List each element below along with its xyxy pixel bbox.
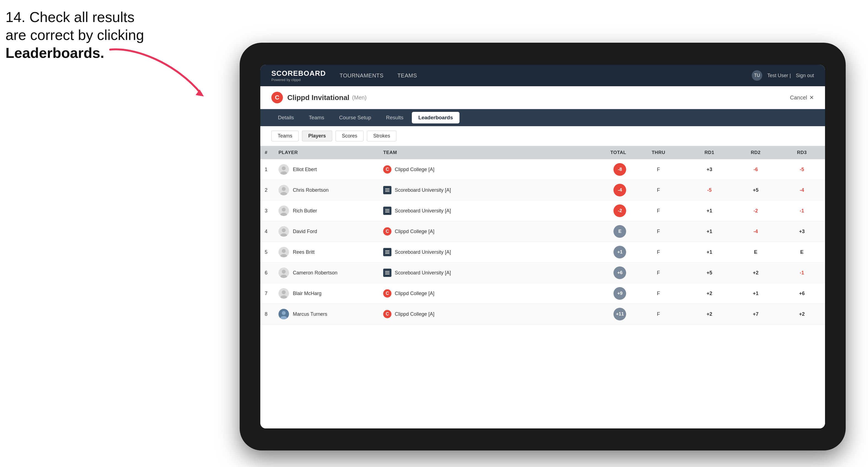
player-name: Marcus Turners <box>293 311 327 317</box>
tournament-icon: C <box>271 92 283 103</box>
svg-point-20 <box>282 290 286 294</box>
team-name: Scoreboard University [A] <box>395 270 451 276</box>
filter-strokes[interactable]: Strokes <box>367 131 396 141</box>
cell-thru: F <box>630 221 686 242</box>
nav-teams[interactable]: TEAMS <box>397 72 417 79</box>
table-row: 8Marcus TurnersCClippd College [A]+11F+2… <box>260 304 825 324</box>
team-icon-clippd: C <box>383 227 392 236</box>
svg-point-11 <box>282 228 286 232</box>
cell-rd1: +1 <box>686 200 733 221</box>
col-header-rank: # <box>260 146 274 159</box>
table-row: 4David FordCClippd College [A]EF+1-4+3 <box>260 221 825 242</box>
instruction-text: 14. Check all results are correct by cli… <box>5 8 198 62</box>
team-name: Scoreboard University [A] <box>395 208 451 214</box>
player-name: Cameron Robertson <box>293 270 337 276</box>
cell-player: Marcus Turners <box>274 304 379 324</box>
team-icon-clippd: C <box>383 289 392 298</box>
tournament-header: C Clippd Invitational (Men) Cancel ✕ <box>260 86 825 109</box>
cell-player: Rich Butler <box>274 200 379 221</box>
cell-rd2: -6 <box>733 159 779 180</box>
filter-bar: Teams Players Scores Strokes <box>260 126 825 146</box>
col-header-rd1: RD1 <box>686 146 733 159</box>
table-row: 1Elliot EbertCClippd College [A]-8F+3-6-… <box>260 159 825 180</box>
cell-rd2: +1 <box>733 283 779 304</box>
tab-details[interactable]: Details <box>271 112 301 123</box>
cell-rd3: -1 <box>779 200 825 221</box>
score-badge: +6 <box>614 267 626 279</box>
team-icon-clippd: C <box>383 310 392 318</box>
cell-thru: F <box>630 200 686 221</box>
tab-leaderboards[interactable]: Leaderboards <box>412 112 460 123</box>
cell-team: CClippd College [A] <box>379 159 569 180</box>
score-badge: -8 <box>614 163 626 176</box>
tab-course-setup[interactable]: Course Setup <box>333 112 378 123</box>
cell-team: Scoreboard University [A] <box>379 200 569 221</box>
cell-total: -2 <box>569 200 631 221</box>
svg-point-17 <box>282 270 286 274</box>
team-icon-scoreboard <box>383 186 392 194</box>
cell-rd1: +5 <box>686 262 733 283</box>
cell-thru: F <box>630 283 686 304</box>
cell-rd2: +7 <box>733 304 779 324</box>
cell-rd1: -5 <box>686 180 733 200</box>
cell-total: -4 <box>569 180 631 200</box>
score-badge: +9 <box>614 287 626 300</box>
tab-results[interactable]: Results <box>379 112 410 123</box>
score-badge: +11 <box>614 308 626 320</box>
cell-team: CClippd College [A] <box>379 221 569 242</box>
col-header-thru: THRU <box>630 146 686 159</box>
team-icon-scoreboard <box>383 269 392 277</box>
team-icon-clippd: C <box>383 165 392 174</box>
tab-navigation: Details Teams Course Setup Results Leade… <box>260 109 825 126</box>
cell-rank: 6 <box>260 262 274 283</box>
player-avatar <box>279 288 289 299</box>
team-name: Scoreboard University [A] <box>395 187 451 193</box>
leaderboard-table: # PLAYER TEAM TOTAL THRU RD1 RD2 RD3 1El… <box>260 146 825 429</box>
svg-point-5 <box>282 187 286 191</box>
nav-tournaments[interactable]: TOURNAMENTS <box>340 72 384 79</box>
cell-rank: 1 <box>260 159 274 180</box>
svg-point-14 <box>282 249 286 253</box>
tournament-subtitle: (Men) <box>352 94 366 101</box>
cell-team: Scoreboard University [A] <box>379 242 569 262</box>
logo-area: SCOREBOARD Powered by clippd <box>271 69 326 82</box>
cell-thru: F <box>630 242 686 262</box>
cell-team: Scoreboard University [A] <box>379 180 569 200</box>
cell-total: -8 <box>569 159 631 180</box>
cell-rd1: +2 <box>686 304 733 324</box>
cancel-button[interactable]: Cancel ✕ <box>790 94 814 101</box>
player-name: Blair McHarg <box>293 291 321 297</box>
cell-rd3: E <box>779 242 825 262</box>
svg-point-2 <box>282 166 286 170</box>
cell-rd3: +3 <box>779 221 825 242</box>
cell-rank: 8 <box>260 304 274 324</box>
filter-scores[interactable]: Scores <box>336 131 364 141</box>
cell-rd3: +2 <box>779 304 825 324</box>
svg-point-23 <box>282 311 286 315</box>
filter-teams[interactable]: Teams <box>271 131 299 141</box>
col-header-player: PLAYER <box>274 146 379 159</box>
filter-players[interactable]: Players <box>302 131 332 141</box>
cell-thru: F <box>630 159 686 180</box>
cell-player: Blair McHarg <box>274 283 379 304</box>
cell-player: Cameron Robertson <box>274 262 379 283</box>
col-header-rd2: RD2 <box>733 146 779 159</box>
cell-player: Rees Britt <box>274 242 379 262</box>
cell-rd2: +5 <box>733 180 779 200</box>
table-row: 7Blair McHargCClippd College [A]+9F+2+1+… <box>260 283 825 304</box>
sign-out-link[interactable]: Sign out <box>796 73 814 79</box>
tablet-screen: SCOREBOARD Powered by clippd TOURNAMENTS… <box>260 65 825 429</box>
nav-right: TU Test User | Sign out <box>752 70 814 81</box>
cell-rd3: +6 <box>779 283 825 304</box>
logo-text: SCOREBOARD <box>271 69 326 78</box>
player-avatar <box>279 268 289 278</box>
col-header-total: TOTAL <box>569 146 631 159</box>
player-name: Rich Butler <box>293 208 317 214</box>
player-avatar <box>279 185 289 195</box>
user-name: Test User | <box>767 73 791 79</box>
cell-rd3: -1 <box>779 262 825 283</box>
player-avatar <box>279 226 289 237</box>
tab-teams[interactable]: Teams <box>302 112 331 123</box>
navbar: SCOREBOARD Powered by clippd TOURNAMENTS… <box>260 65 825 86</box>
player-name: Rees Britt <box>293 249 315 255</box>
